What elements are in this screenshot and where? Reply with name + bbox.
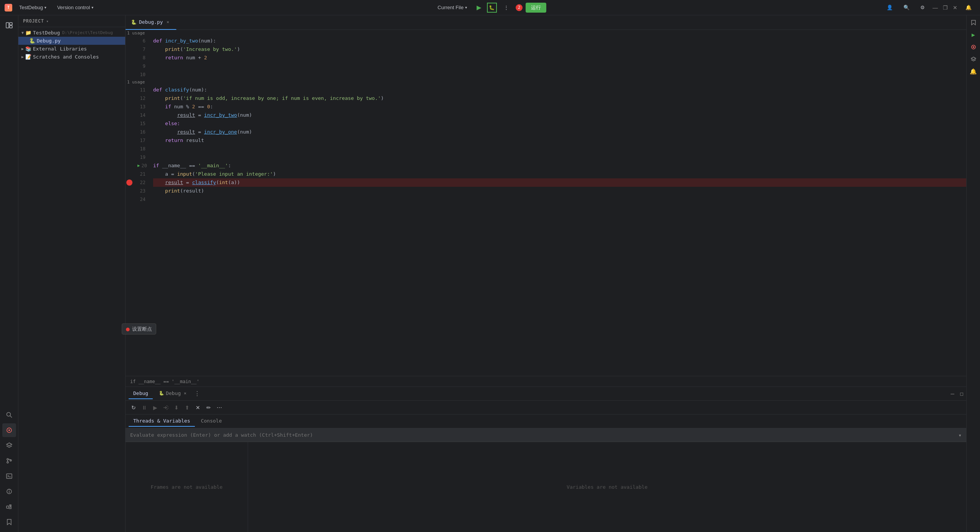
settings-button[interactable]: ⚙ (916, 3, 929, 11)
panel-tab-debug-2[interactable]: 🐍 Debug ✕ (154, 388, 191, 399)
usage-label-1 (153, 30, 966, 37)
close-button[interactable]: ✕ (952, 4, 959, 11)
debug-step-into[interactable]: ⬇ (172, 403, 181, 413)
version-control-menu[interactable]: Version control ▾ (53, 3, 97, 11)
frames-panel: Frames are not available (126, 442, 248, 532)
main-layout: Project ▾ ▼ 📁 TestDebug D:\Project\TestD… (0, 15, 980, 532)
code-line-14: ········result = incr_by_two(num) (153, 111, 966, 119)
folder-path: D:\Project\TestDebug (62, 30, 113, 35)
activity-search[interactable] (2, 408, 16, 422)
debug-tab-console[interactable]: Console (196, 416, 227, 427)
code-line-13: ····if num % 2 == 0: (153, 103, 966, 111)
eval-dropdown-arrow[interactable]: ▾ (959, 432, 962, 438)
panel-tab-debug-1[interactable]: Debug (129, 388, 153, 399)
activity-plugin[interactable] (2, 500, 16, 514)
titlebar: T TestDebug ▾ Version control ▾ Current … (0, 0, 980, 15)
sidebar-item-external-libraries[interactable]: ▶ 📚 External Libraries (18, 45, 125, 53)
rt-notifications[interactable]: 🔔 (968, 66, 979, 77)
line-num-10: 10 (126, 70, 149, 79)
run-button[interactable]: 运行 (526, 3, 546, 13)
sidebar-item-debugpy[interactable]: 🐍 Debug.py (18, 37, 125, 45)
line-num-6: 6 (126, 37, 149, 45)
scratches-label: Scratches and Consoles (33, 54, 99, 60)
code-line-17: ····return result (153, 136, 966, 145)
notifications-button[interactable]: 🔔 (962, 3, 975, 11)
run-play-button[interactable]: ▶ (474, 3, 484, 13)
debug-tab-2-close[interactable]: ✕ (184, 391, 186, 396)
project-menu[interactable]: TestDebug ▾ (15, 3, 50, 11)
breakpoint-dot[interactable] (126, 180, 132, 186)
activity-bookmark[interactable] (2, 515, 16, 529)
file-label-debugpy: Debug.py (37, 38, 61, 44)
more-run-options[interactable]: ⋮ (500, 3, 513, 11)
tab-close-debugpy[interactable]: ✕ (165, 20, 171, 25)
code-line-11: def classify(num): (153, 86, 966, 94)
rt-layers[interactable] (968, 54, 979, 65)
num-20: 20 (142, 162, 147, 170)
code-line-6: def incr_by_two(num): (153, 37, 966, 45)
profile-button[interactable]: 👤 (883, 3, 897, 11)
line-num-usage2: 1 usage (126, 79, 149, 86)
activity-git[interactable] (2, 454, 16, 468)
activity-project[interactable] (2, 18, 16, 32)
tab-label-debugpy: Debug.py (139, 19, 163, 25)
line-num-19: 19 (126, 153, 149, 162)
debug-more[interactable]: ⋯ (214, 403, 224, 413)
debug-resume[interactable]: ▶ (150, 403, 160, 413)
code-line-10 (153, 70, 966, 79)
debug-edit-config[interactable]: ✏ (204, 403, 214, 413)
expand-arrow-scratches: ▶ (21, 55, 24, 59)
line-num-23: 23 (126, 187, 149, 195)
debug-subtabs-row: Threads & Variables Console (126, 415, 966, 428)
rt-run[interactable]: ▶ (968, 29, 979, 41)
debug-rerun[interactable]: ↻ (129, 403, 139, 413)
svg-point-8 (7, 459, 8, 460)
activity-layers[interactable] (2, 439, 16, 452)
code-lines: def incr_by_two(num): ····print('Increas… (149, 30, 966, 376)
activity-info[interactable] (2, 485, 16, 498)
sidebar-item-scratches[interactable]: ▶ 📝 Scratches and Consoles (18, 53, 125, 61)
panel-close-button[interactable]: — (948, 389, 957, 398)
debug-stop[interactable]: ✕ (193, 403, 203, 413)
svg-point-19 (973, 46, 974, 48)
current-file-btn[interactable]: Current File ▾ (434, 3, 471, 11)
right-toolbar: ▶ 🔔 (966, 15, 980, 532)
activity-debug[interactable] (2, 423, 16, 437)
variables-unavailable-text: Variables are not available (567, 484, 647, 490)
bottom-panel: Debug 🐍 Debug ✕ ⋮ — □ ↻ ⏸ ▶ ⬇ ⬆ (126, 387, 966, 532)
minimize-button[interactable]: — (932, 4, 939, 11)
sidebar-item-testdebug[interactable]: ▼ 📁 TestDebug D:\Project\TestDebug (18, 29, 125, 37)
run-debug-button[interactable]: 🐛 (487, 3, 497, 13)
line-num-15: 15 (126, 119, 149, 128)
code-line-7: ····print('Increase by two.') (153, 45, 966, 54)
panel-expand-button[interactable]: □ (960, 391, 963, 397)
line-num-9: 9 (126, 62, 149, 70)
debug-pause[interactable]: ⏸ (139, 403, 149, 413)
code-preview-bar: if __name__ == '__main__' (126, 376, 966, 387)
rt-debug[interactable] (968, 41, 979, 53)
preview-text: if __name__ == '__main__' (130, 379, 199, 384)
debug-tab-threads[interactable]: Threads & Variables (129, 416, 195, 427)
evaluate-input[interactable] (130, 432, 956, 438)
tab-debugpy[interactable]: 🐍 Debug.py ✕ (126, 15, 176, 30)
search-button[interactable]: 🔍 (900, 3, 913, 11)
code-line-9 (153, 62, 966, 70)
code-area[interactable]: 1 usage 6 7 8 9 10 1 usage 11 12 13 14 1… (126, 30, 966, 376)
debug-step-over[interactable] (161, 403, 171, 413)
code-line-8: ····return num + 2 (153, 54, 966, 62)
restore-button[interactable]: ❐ (942, 4, 949, 11)
run-here-icon: ▶ (137, 162, 140, 170)
python-file-icon: 🐍 (29, 38, 35, 44)
svg-point-16 (9, 490, 10, 491)
rt-bookmarks[interactable] (968, 17, 979, 28)
activity-terminal[interactable] (2, 469, 16, 483)
version-control-label: Version control (57, 5, 90, 10)
sidebar: Project ▾ ▼ 📁 TestDebug D:\Project\TestD… (18, 15, 126, 532)
sidebar-title: Project (23, 18, 44, 24)
expand-arrow-external: ▶ (21, 47, 24, 51)
panel-more-button[interactable]: ⋮ (193, 389, 202, 398)
code-line-23: ····print(result) (153, 187, 966, 195)
panel-header: Debug 🐍 Debug ✕ ⋮ — □ (126, 387, 966, 401)
line-num-7: 7 (126, 45, 149, 54)
debug-step-out[interactable]: ⬆ (182, 403, 192, 413)
